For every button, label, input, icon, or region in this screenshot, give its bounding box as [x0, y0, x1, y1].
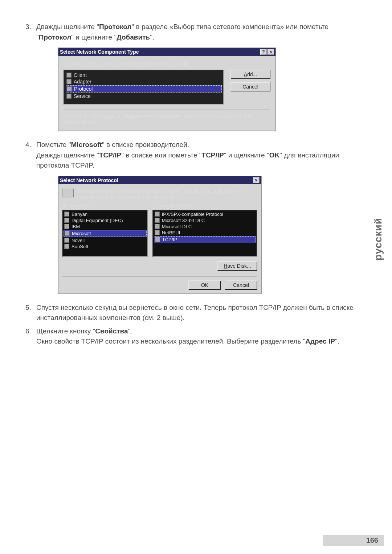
step4-text: Пометьте "Microsoft" в списке производит… — [36, 140, 367, 171]
list-item[interactable]: Microsoft DLC — [155, 223, 255, 230]
add-button[interactable]: Add... — [230, 70, 270, 79]
close-button[interactable]: × — [253, 177, 260, 183]
protocol-icon — [67, 86, 72, 91]
vendor-icon — [64, 244, 69, 249]
close-button[interactable]: × — [268, 49, 274, 55]
protocol-item-icon — [155, 212, 160, 217]
vendor-icon — [64, 238, 69, 243]
vendor-icon — [64, 224, 69, 229]
dialog1-description: Protocol is a 'language' a computer uses… — [64, 110, 270, 126]
list-item[interactable]: Service — [66, 93, 221, 99]
protocols-label: Network Protocols: — [152, 203, 257, 208]
list-item-selected[interactable]: Microsoft — [64, 230, 147, 237]
list-item[interactable]: Digital Equipment (DEC) — [64, 217, 146, 223]
dialog-select-component-type: Select Network Component Type ? × Click … — [58, 48, 276, 131]
dialog2-instruction: Click the Network Protocol that you want… — [77, 188, 257, 201]
list-item-selected[interactable]: Protocol — [66, 85, 222, 93]
step3-number: 3. — [25, 22, 36, 42]
adapter-icon — [66, 79, 72, 84]
page-number: 166 — [323, 535, 384, 546]
dialog-title: Select Network Component Type — [60, 49, 260, 55]
step5-text: Спустя несколько секунд вы вернетесь в о… — [36, 303, 367, 323]
list-item[interactable]: Microsoft 32-bit DLC — [155, 217, 255, 223]
list-item[interactable]: IBM — [64, 223, 146, 230]
list-item[interactable]: IPX/SPX-compatible Protocol — [155, 211, 255, 217]
client-icon — [66, 73, 72, 78]
protocol-item-icon — [155, 218, 160, 223]
ok-button[interactable]: OK — [188, 280, 221, 290]
list-item[interactable]: NetBEUI — [155, 230, 255, 236]
list-item[interactable]: SunSoft — [64, 243, 146, 250]
vendor-icon — [64, 218, 69, 223]
dialog-select-network-protocol: Select Network Protocol × Click the Netw… — [58, 176, 261, 294]
step3-text: Дважды щелкните "Протокол" в разделе «Вы… — [36, 22, 367, 42]
have-disk-button[interactable]: Have Disk... — [217, 261, 257, 271]
protocol-wizard-icon — [62, 189, 74, 197]
dialog1-prompt: Click the type of network component you … — [64, 61, 270, 67]
cancel-button[interactable]: Cancel — [225, 280, 257, 290]
protocol-item-icon — [155, 230, 160, 235]
titlebar: Select Network Component Type ? × — [58, 48, 275, 56]
list-item[interactable]: Client — [66, 72, 221, 78]
step5-number: 5. — [25, 303, 36, 323]
step6-number: 6. — [25, 326, 36, 347]
manufacturers-list[interactable]: Banyan Digital Equipment (DEC) IBM Micro… — [62, 210, 148, 257]
vendor-icon — [65, 231, 70, 236]
list-item[interactable]: Novell — [64, 237, 146, 243]
protocol-item-icon — [155, 224, 160, 229]
protocol-item-icon — [155, 237, 160, 242]
component-type-list[interactable]: Client Adapter Protocol Service — [64, 70, 224, 104]
list-item[interactable]: Banyan — [64, 211, 146, 217]
protocols-list[interactable]: IPX/SPX-compatible Protocol Microsoft 32… — [152, 210, 257, 257]
cancel-button[interactable]: Cancel — [230, 82, 270, 91]
help-button[interactable]: ? — [260, 49, 267, 55]
vendor-icon — [64, 212, 69, 217]
list-item-selected[interactable]: TCP/IP — [154, 236, 256, 243]
step4-number: 4. — [25, 140, 36, 171]
list-item[interactable]: Adapter — [66, 78, 221, 85]
side-language-label: русский — [372, 218, 384, 260]
titlebar: Select Network Protocol × — [58, 176, 261, 184]
dialog2-title: Select Network Protocol — [60, 177, 252, 183]
manufacturers-label: Manufacturers: — [62, 203, 148, 208]
service-icon — [66, 94, 72, 99]
step6-text: Щелкните кнопку "Свойства". Окно свойств… — [36, 326, 367, 347]
